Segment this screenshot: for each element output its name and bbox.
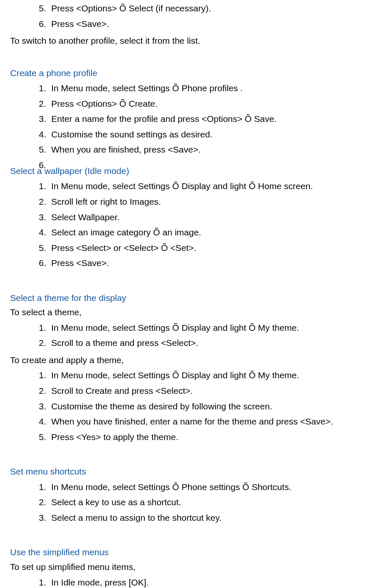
section-heading: Use the simplified menus bbox=[10, 546, 359, 559]
list-item-text: Press <Options> Õ Create. bbox=[51, 99, 157, 108]
list-item-text: Scroll left or right to Images. bbox=[51, 197, 161, 206]
list-number: 4. bbox=[34, 226, 46, 240]
body-text: To select a theme, bbox=[10, 306, 359, 319]
list-item: 5.Press <Yes> to apply the theme. bbox=[34, 430, 359, 444]
list-item: 1.In Menu mode, select Settings Õ Phone … bbox=[34, 480, 359, 494]
list-item-text: Scroll to a theme and press <Select>. bbox=[51, 338, 198, 348]
list-item-text: Select a key to use as a shortcut. bbox=[51, 497, 181, 507]
list-item-text: When you are finished, press <Save>. bbox=[51, 145, 201, 154]
list-item-text: In Menu mode, select Settings Õ Display … bbox=[51, 370, 299, 380]
list-number: 1. bbox=[34, 179, 46, 193]
list-number: 5. bbox=[34, 2, 46, 16]
section-heading: Create a phone profile bbox=[10, 66, 359, 80]
body-text: To create and apply a theme, bbox=[10, 353, 359, 367]
list-item: 2.Scroll to a theme and press <Select>. bbox=[34, 336, 359, 350]
list-number: 5. bbox=[34, 143, 46, 157]
list-number: 3. bbox=[34, 511, 46, 525]
list-number: 2. bbox=[34, 496, 46, 509]
list-item: 2.Scroll to Create and press <Select>. bbox=[34, 384, 359, 398]
ordered-list: 1.In Idle mode, press [OK].2.Press <Opti… bbox=[34, 576, 359, 588]
list-item-text: Press <Save>. bbox=[51, 19, 109, 29]
list-item-text: In Menu mode, select Settings Õ Phone se… bbox=[51, 482, 291, 492]
ordered-list: 1.In Menu mode, select Settings Õ Displa… bbox=[34, 369, 359, 444]
list-item: 5.Press <Options> Õ Select (if necessary… bbox=[34, 2, 359, 16]
list-item: 6.Press <Save>. bbox=[34, 256, 359, 270]
list-item-text: When you have finished, enter a name for… bbox=[51, 417, 333, 426]
ordered-list: 1.In Menu mode, select Settings Õ Displa… bbox=[34, 321, 359, 350]
list-item-text: In Menu mode, select Settings Õ Display … bbox=[51, 181, 313, 191]
list-number: 4. bbox=[34, 415, 46, 429]
list-number: 5. bbox=[34, 241, 46, 255]
ordered-list: 5.Press <Options> Õ Select (if necessary… bbox=[34, 2, 359, 31]
list-item: 1.In Menu mode, select Settings Õ Displa… bbox=[34, 369, 359, 382]
spacer bbox=[10, 274, 359, 284]
section-heading: Select a theme for the display bbox=[10, 291, 359, 305]
list-item: 1.In Menu mode, select Settings Õ Phone … bbox=[34, 82, 359, 95]
list-item-text: Select Wallpaper. bbox=[51, 212, 120, 222]
list-item: 4.When you have finished, enter a name f… bbox=[34, 415, 359, 429]
list-item-text: Scroll to Create and press <Select>. bbox=[51, 386, 193, 396]
ordered-list: 1.In Menu mode, select Settings Õ Displa… bbox=[34, 179, 359, 270]
list-number: 6. bbox=[34, 17, 46, 31]
list-item-text: Customise the theme as desired by follow… bbox=[51, 401, 272, 411]
list-item: 2.Press <Options> Õ Create. bbox=[34, 97, 359, 111]
list-item-text: Press <Save>. bbox=[51, 258, 109, 268]
list-item: 1.In Menu mode, select Settings Õ Displa… bbox=[34, 321, 359, 335]
document-body: 5.Press <Options> Õ Select (if necessary… bbox=[10, 2, 359, 588]
list-item: 3.Customise the theme as desired by foll… bbox=[34, 400, 359, 414]
list-item: 3.Select a menu to assign to the shortcu… bbox=[34, 511, 359, 525]
list-item-text: In Idle mode, press [OK]. bbox=[51, 577, 149, 587]
list-number: 2. bbox=[34, 336, 46, 350]
ordered-list: 1.In Menu mode, select Settings Õ Phone … bbox=[34, 480, 359, 525]
list-number: 2. bbox=[34, 195, 46, 209]
list-item-text: Press <Yes> to apply the theme. bbox=[51, 432, 178, 442]
list-number: 1. bbox=[34, 480, 46, 494]
list-number: 6. bbox=[34, 158, 46, 172]
list-number: 1. bbox=[34, 82, 46, 95]
body-text: To switch to another profile, select it … bbox=[10, 34, 359, 48]
list-item-text: Press <Options> Õ Select (if necessary). bbox=[51, 3, 211, 13]
list-number: 1. bbox=[34, 369, 46, 382]
list-number: 1. bbox=[34, 321, 46, 335]
body-text: To set up simplified menu items, bbox=[10, 560, 359, 574]
section-heading: Select a wallpaper (Idle mode) bbox=[10, 164, 359, 178]
spacer bbox=[10, 49, 359, 59]
list-number: 2. bbox=[34, 384, 46, 398]
list-item: 1.In Idle mode, press [OK]. bbox=[34, 576, 359, 588]
list-number: 2. bbox=[34, 97, 46, 111]
list-number: 3. bbox=[34, 400, 46, 414]
list-item-text: Customise the sound settings as desired. bbox=[51, 129, 212, 139]
list-item-text: Select an image category Õ an image. bbox=[51, 227, 201, 237]
list-item: 2.Scroll left or right to Images. bbox=[34, 195, 359, 209]
list-item: 5.When you are finished, press <Save>. bbox=[34, 143, 359, 157]
list-item: 1.In Menu mode, select Settings Õ Displa… bbox=[34, 179, 359, 193]
list-item: 3.Select Wallpaper. bbox=[34, 211, 359, 224]
list-item: 4.Select an image category Õ an image. bbox=[34, 226, 359, 240]
section-heading: Set menu shortcuts bbox=[10, 465, 359, 479]
list-number: 3. bbox=[34, 211, 46, 224]
list-number: 4. bbox=[34, 128, 46, 142]
list-item-text: In Menu mode, select Settings Õ Phone pr… bbox=[51, 83, 243, 93]
list-item-text: Select a menu to assign to the shortcut … bbox=[51, 513, 222, 522]
list-item: 5.Press <Select> or <Select> Õ <Set>. bbox=[34, 241, 359, 255]
list-number: 3. bbox=[34, 112, 46, 126]
list-item-text: Press <Select> or <Select> Õ <Set>. bbox=[51, 243, 196, 253]
ordered-list: 1.In Menu mode, select Settings Õ Phone … bbox=[34, 82, 359, 157]
list-number: 6. bbox=[34, 256, 46, 270]
spacer bbox=[10, 447, 359, 457]
list-number: 5. bbox=[34, 430, 46, 444]
list-number: 1. bbox=[34, 576, 46, 588]
list-item-text: Enter a name for the profile and press <… bbox=[51, 114, 277, 124]
list-item: 6.Press <Save>. bbox=[34, 17, 359, 31]
list-item: 3.Enter a name for the profile and press… bbox=[34, 112, 359, 126]
list-item-text: In Menu mode, select Settings Õ Display … bbox=[51, 323, 299, 332]
list-item: 2.Select a key to use as a shortcut. bbox=[34, 496, 359, 509]
list-item: 4.Customise the sound settings as desire… bbox=[34, 128, 359, 142]
spacer bbox=[10, 528, 359, 538]
